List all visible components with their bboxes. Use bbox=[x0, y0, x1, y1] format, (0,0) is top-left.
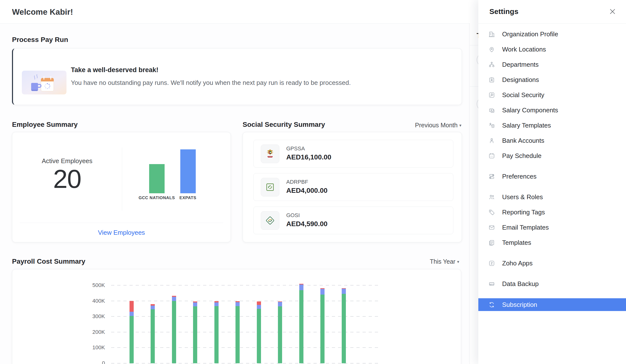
social-item-amount: AED4,000.00 bbox=[286, 187, 327, 195]
divider bbox=[470, 86, 479, 86]
bar-label-expats: EXPATS bbox=[163, 196, 212, 201]
process-pay-run-heading: Process Pay Run bbox=[12, 36, 68, 44]
settings-item-label: Salary Templates bbox=[502, 122, 551, 129]
y-axis-label-500K: 500K bbox=[12, 282, 105, 289]
payroll-bar-segment-base bbox=[214, 306, 219, 363]
payroll-bar-segment-base bbox=[278, 306, 282, 363]
pay-run-title: Take a well-deserved break! bbox=[71, 66, 158, 74]
payroll-bar-segment-top bbox=[235, 301, 240, 302]
organization-profile-icon bbox=[488, 31, 495, 38]
settings-item-email-templates[interactable]: Email Templates bbox=[478, 220, 626, 235]
salary-components-icon bbox=[488, 107, 495, 114]
payroll-bar-1 bbox=[129, 301, 134, 363]
settings-item-bank-accounts[interactable]: Bank Accounts bbox=[478, 133, 626, 148]
payroll-bar-5 bbox=[214, 301, 219, 363]
payroll-bar-segment-middle bbox=[342, 289, 346, 294]
payroll-bar-8 bbox=[278, 301, 282, 363]
settings-item-label: Templates bbox=[502, 239, 531, 246]
gridline-500K bbox=[111, 285, 381, 285]
pay-run-illustration bbox=[22, 71, 67, 94]
settings-item-label: Social Security bbox=[502, 91, 544, 99]
payroll-bar-segment-base bbox=[320, 295, 324, 363]
payroll-bar-segment-base bbox=[193, 306, 197, 363]
gridline-400K bbox=[111, 301, 381, 301]
settings-item-label: Users & Roles bbox=[502, 193, 543, 201]
settings-item-data-backup[interactable]: Data Backup bbox=[478, 276, 626, 291]
settings-item-templates[interactable]: Templates bbox=[478, 235, 626, 250]
payroll-bar-segment-middle bbox=[257, 305, 261, 309]
settings-item-social-security[interactable]: Social Security bbox=[478, 87, 626, 103]
settings-panel: Settings Organization ProfileWork Locati… bbox=[478, 0, 626, 364]
settings-item-label: Departments bbox=[502, 61, 539, 68]
reporting-tags-icon bbox=[488, 209, 495, 216]
active-employees-count: 20 bbox=[12, 164, 122, 194]
settings-item-salary-templates[interactable]: Salary Templates bbox=[478, 118, 626, 133]
payroll-bar-segment-top bbox=[172, 296, 176, 297]
payroll-bar-segment-base bbox=[342, 294, 346, 363]
settings-item-label: Bank Accounts bbox=[502, 137, 544, 144]
social-item-name: GPSSA bbox=[286, 145, 305, 152]
settings-item-label: Zoho Apps bbox=[502, 259, 533, 267]
side-strip: T bbox=[470, 23, 479, 364]
social-item-amount: AED4,590.00 bbox=[286, 220, 327, 228]
divider bbox=[470, 45, 479, 45]
active-employees-label: Active Employees bbox=[12, 157, 122, 165]
social-item-gpssa: GPSSAAED16,100.00 bbox=[253, 140, 453, 167]
payroll-bar-segment-base bbox=[129, 316, 134, 363]
payroll-bar-segment-base bbox=[257, 309, 261, 363]
work-locations-icon bbox=[488, 46, 495, 53]
payroll-bar-3 bbox=[172, 296, 176, 363]
settings-item-label: Salary Components bbox=[502, 106, 558, 114]
pay-schedule-icon bbox=[488, 153, 495, 159]
zoho-apps-icon bbox=[488, 260, 495, 267]
settings-item-departments[interactable]: Departments bbox=[478, 57, 626, 72]
topbar: Welcome Kabir! bbox=[0, 0, 478, 24]
settings-item-work-locations[interactable]: Work Locations bbox=[478, 42, 626, 57]
payroll-bar-segment-base bbox=[151, 309, 155, 363]
payroll-bar-9 bbox=[299, 284, 303, 363]
settings-item-zoho-apps[interactable]: Zoho Apps bbox=[478, 256, 626, 271]
uae-emblem-icon bbox=[261, 144, 279, 163]
payroll-bar-segment-middle bbox=[172, 297, 176, 301]
payroll-bar-7 bbox=[257, 301, 261, 363]
settings-item-label: Data Backup bbox=[502, 280, 539, 288]
view-employees-link[interactable]: View Employees bbox=[12, 229, 231, 237]
settings-item-preferences[interactable]: Preferences bbox=[478, 169, 626, 184]
bar-gcc-nationals bbox=[149, 164, 165, 193]
employee-summary-heading: Employee Summary bbox=[12, 121, 78, 128]
email-templates-icon bbox=[488, 224, 495, 231]
previous-month-label: Previous Month bbox=[415, 122, 458, 128]
close-button[interactable] bbox=[608, 7, 617, 16]
payroll-bar-segment-top bbox=[151, 304, 155, 306]
social-item-name: GOSI bbox=[286, 212, 300, 219]
settings-item-pay-schedule[interactable]: Pay Schedule bbox=[478, 148, 626, 163]
payroll-bar-segment-base bbox=[172, 301, 176, 363]
social-security-heading: Social Security Summary bbox=[243, 121, 325, 128]
payroll-bar-11 bbox=[342, 288, 346, 363]
page-title: Welcome Kabir! bbox=[12, 7, 73, 17]
payroll-chart-card: 500K400K300K200K100K0 bbox=[12, 269, 461, 364]
settings-item-reporting-tags[interactable]: Reporting Tags bbox=[478, 204, 626, 220]
settings-title: Settings bbox=[489, 7, 518, 16]
gosi-logo-icon bbox=[261, 211, 279, 230]
settings-item-designations[interactable]: Designations bbox=[478, 72, 626, 87]
payroll-bar-segment-top bbox=[342, 288, 346, 289]
settings-item-label: Organization Profile bbox=[502, 30, 558, 38]
payroll-cost-heading: Payroll Cost Summary bbox=[12, 258, 85, 265]
settings-item-salary-components[interactable]: Salary Components bbox=[478, 103, 626, 118]
payroll-bar-segment-middle bbox=[129, 312, 134, 316]
payroll-bar-segment-top bbox=[129, 301, 134, 312]
vertical-divider bbox=[122, 147, 122, 211]
y-axis-label-0: 0 bbox=[12, 360, 105, 364]
settings-item-subscription[interactable]: Subscription bbox=[478, 298, 626, 311]
this-year-dropdown[interactable]: This Year▾ bbox=[430, 258, 459, 265]
settings-item-organization-profile[interactable]: Organization Profile bbox=[478, 27, 626, 42]
templates-icon bbox=[488, 240, 495, 246]
social-item-amount: AED16,100.00 bbox=[286, 153, 331, 161]
previous-month-dropdown[interactable]: Previous Month▾ bbox=[415, 122, 461, 129]
social-item-name: ADRPBF bbox=[286, 179, 308, 185]
y-axis-label-100K: 100K bbox=[12, 344, 105, 351]
settings-item-users-roles[interactable]: Users & Roles bbox=[478, 189, 626, 204]
payroll-bar-segment-middle bbox=[235, 302, 240, 306]
payroll-bar-segment-base bbox=[299, 290, 303, 363]
